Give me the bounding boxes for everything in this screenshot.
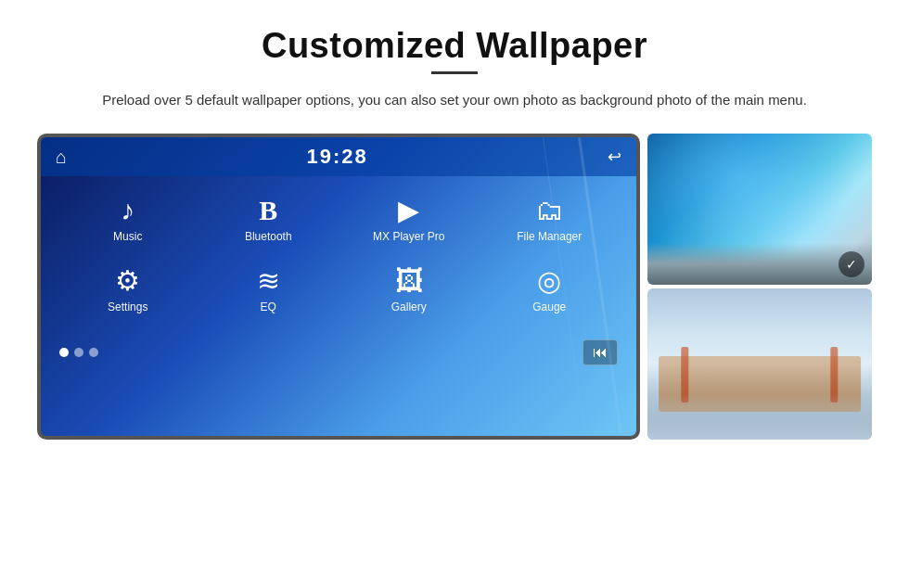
app-mxplayer-label: MX Player Pro [373,230,444,243]
app-music-label: Music [113,230,142,243]
eq-icon: ≋ [257,267,280,295]
bridge-image [647,288,872,440]
app-gallery[interactable]: 🖼 Gallery [340,256,478,319]
page-title: Customized Wallpaper [262,26,647,66]
page-subtitle: Preload over 5 default wallpaper options… [102,89,807,111]
thumbnail-column: ✓ [647,134,872,440]
filemanager-icon: 🗂 [535,197,563,224]
bluetooth-icon: B [259,197,277,224]
app-music[interactable]: ♪ Music [59,185,197,249]
thumbnail-bridge [647,288,872,440]
app-mxplayer[interactable]: ▶ MX Player Pro [340,185,478,249]
app-gauge-label: Gauge [532,300,566,313]
dot-1[interactable] [59,348,69,357]
thumbnail-badge-check: ✓ [839,251,864,277]
back-icon: ↩ [608,147,621,167]
app-settings[interactable]: ⚙ Settings [59,256,197,319]
app-bluetooth[interactable]: B Bluetooth [200,185,338,249]
app-settings-label: Settings [108,300,147,313]
gauge-icon: ◎ [537,267,561,295]
settings-icon: ⚙ [115,267,140,295]
app-filemanager[interactable]: 🗂 File Manager [481,185,619,249]
dot-2[interactable] [74,348,83,357]
screen-body: ♪ Music B Bluetooth ▶ MX Player Pro 🗂 Fi… [41,176,636,336]
bridge-fog [647,393,872,440]
app-grid-row1: ♪ Music B Bluetooth ▶ MX Player Pro 🗂 Fi… [41,185,636,249]
music-icon: ♪ [121,197,134,224]
skip-back-button[interactable]: ⏮ [583,339,618,365]
car-screen: ⌂ 19:28 ↩ ♪ Music B Bluetooth ▶ M [37,134,640,440]
app-grid-row2: ⚙ Settings ≋ EQ 🖼 Gallery ◎ Gauge [41,256,636,319]
screen-footer: ⏮ [41,336,636,369]
app-filemanager-label: File Manager [517,230,582,243]
app-gallery-label: Gallery [391,300,427,313]
mxplayer-icon: ▶ [398,197,419,224]
dot-3[interactable] [89,348,98,357]
home-icon: ⌂ [56,147,67,168]
app-eq[interactable]: ≋ EQ [200,256,338,319]
app-bluetooth-label: Bluetooth [245,230,292,243]
gallery-icon: 🖼 [395,267,423,295]
dot-indicators [59,348,98,357]
screen-time: 19:28 [306,145,367,169]
thumbnail-ice-cave: ✓ [647,134,872,285]
title-divider [431,71,478,74]
content-row: ⌂ 19:28 ↩ ♪ Music B Bluetooth ▶ M [37,134,872,440]
app-eq-label: EQ [261,300,276,313]
